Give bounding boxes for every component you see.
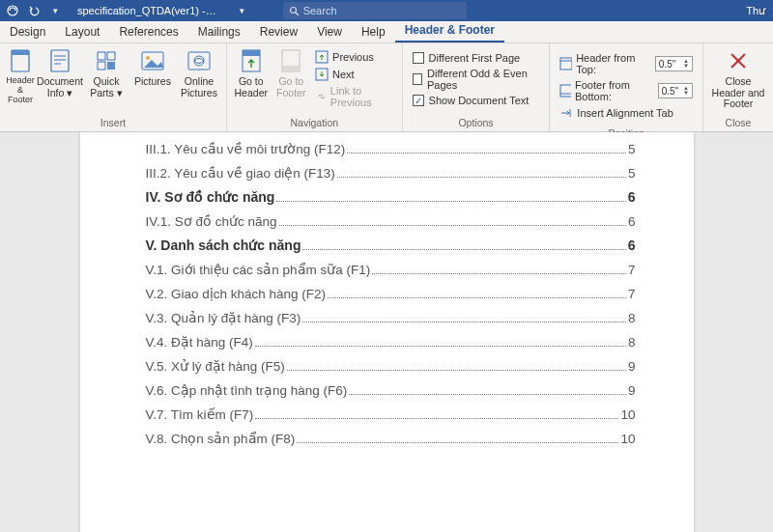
link-to-previous-button: Link to Previous [313, 84, 396, 109]
svg-point-14 [146, 56, 150, 60]
toc-entry: V.8. Chọn sản phẩm (F8) 10 [146, 426, 636, 450]
next-icon [315, 68, 329, 81]
title-bar: ▾ specification_QTDA(ver1) -… ▾ Search T… [0, 0, 773, 21]
document-info-button[interactable]: Document Info ▾ [39, 47, 81, 98]
quick-parts-button[interactable]: Quick Parts ▾ [85, 47, 128, 98]
toc-entry: III.1. Yêu cầu về môi trường (F12) 5 [146, 136, 636, 160]
svg-point-16 [194, 56, 204, 66]
next-button[interactable]: Next [313, 67, 396, 82]
alignment-tab-icon [559, 106, 573, 120]
svg-rect-12 [107, 62, 115, 70]
group-options: Different First Page Different Odd & Eve… [403, 43, 551, 131]
toc-entry: IV. Sơ đồ chức năng 6 [146, 184, 636, 209]
insert-alignment-tab-button[interactable]: Insert Alignment Tab [559, 105, 693, 121]
header-footer-button[interactable]: Header & Footer [6, 47, 35, 105]
group-close: Close Header and Footer Close [703, 43, 773, 131]
goto-footer-button: Go to Footer [273, 47, 310, 98]
header-top-icon [559, 57, 572, 70]
toc-entry: V.7. Tìm kiếm (F7) 10 [146, 402, 636, 426]
svg-rect-9 [98, 52, 105, 60]
checkbox-checked-icon: ✓ [413, 95, 424, 106]
tab-view[interactable]: View [307, 21, 352, 42]
svg-line-2 [296, 13, 299, 15]
toc-entry: IV.1. Sơ đồ chức năng 6 [146, 209, 636, 233]
toc-entry: V. Danh sách chức năng 6 [146, 233, 636, 257]
toc-entry: V.5. Xử lý đặt hàng (F5) 9 [146, 353, 636, 378]
group-insert: Header & Footer Document Info ▾ Quick Pa… [0, 43, 227, 131]
different-odd-even-checkbox[interactable]: Different Odd & Even Pages [413, 67, 540, 92]
svg-rect-15 [188, 52, 210, 70]
footer-from-bottom-input[interactable]: 0.5"▲▼ [658, 83, 693, 98]
document-area[interactable]: III.1. Yêu cầu về môi trường (F12) 5III.… [0, 132, 773, 532]
header-from-top-label: Header from Top: [576, 52, 651, 75]
checkbox-icon [413, 73, 422, 85]
autosave-icon[interactable] [6, 4, 19, 17]
goto-header-button[interactable]: Go to Header [233, 47, 270, 98]
online-pictures-button[interactable]: Online Pictures [178, 47, 220, 98]
title-dropdown-icon[interactable]: ▾ [240, 6, 283, 15]
footer-from-bottom-label: Footer from Bottom: [575, 79, 654, 102]
toc-entry: III.2. Yêu cầu về giao diện (F13) 5 [146, 160, 636, 184]
previous-button[interactable]: Previous [313, 49, 396, 65]
svg-rect-4 [12, 50, 29, 55]
ribbon-tabs: DesignLayoutReferencesMailingsReviewView… [0, 21, 773, 43]
tab-layout[interactable]: Layout [55, 21, 109, 42]
svg-rect-25 [560, 85, 571, 97]
svg-rect-20 [282, 66, 300, 71]
search-icon [289, 6, 300, 16]
svg-point-1 [290, 7, 296, 13]
group-position: Header from Top: 0.5"▲▼ Footer from Bott… [550, 43, 703, 131]
undo-icon[interactable] [27, 4, 41, 17]
search-box[interactable]: Search [283, 2, 467, 19]
tab-references[interactable]: References [109, 21, 187, 42]
tab-help[interactable]: Help [352, 21, 395, 42]
page: III.1. Yêu cầu về môi trường (F12) 5III.… [80, 132, 694, 532]
footer-bottom-icon [559, 84, 571, 98]
svg-rect-11 [98, 62, 105, 70]
table-of-contents: III.1. Yêu cầu về môi trường (F12) 5III.… [80, 132, 694, 450]
svg-rect-18 [243, 50, 260, 56]
toc-entry: V.6. Cập nhật tình trạng hàng (F6) 9 [146, 378, 636, 402]
group-label-options: Options [403, 116, 550, 131]
svg-rect-23 [560, 58, 572, 70]
qat-dropdown-icon[interactable]: ▾ [48, 4, 62, 17]
show-document-text-checkbox[interactable]: ✓Show Document Text [413, 94, 540, 107]
svg-rect-5 [51, 50, 69, 71]
toc-entry: V.4. Đặt hàng (F4) 8 [146, 329, 636, 353]
toc-entry: V.1. Giới thiệu các sản phẩm sữa (F1) 7 [146, 257, 636, 281]
group-label-navigation: Navigation [227, 116, 402, 131]
tab-mailings[interactable]: Mailings [188, 21, 250, 42]
previous-icon [315, 50, 329, 64]
search-placeholder: Search [303, 5, 337, 16]
checkbox-icon [413, 52, 424, 64]
toc-entry: V.3. Quản lý đặt hàng (F3) 8 [146, 305, 636, 329]
group-navigation: Go to Header Go to Footer Previous Next … [227, 43, 403, 131]
close-header-footer-button[interactable]: Close Header and Footer [709, 47, 767, 110]
document-title: specification_QTDA(ver1) -… [68, 5, 240, 16]
tab-review[interactable]: Review [250, 21, 307, 42]
group-label-insert: Insert [0, 116, 226, 131]
ribbon: Header & Footer Document Info ▾ Quick Pa… [0, 43, 773, 132]
link-icon [315, 90, 327, 103]
header-from-top-input[interactable]: 0.5"▲▼ [655, 56, 693, 71]
user-name[interactable]: Thư [746, 5, 773, 17]
tab-header-footer[interactable]: Header & Footer [395, 19, 504, 42]
different-first-page-checkbox[interactable]: Different First Page [413, 51, 540, 65]
svg-rect-10 [107, 52, 115, 60]
tab-design[interactable]: Design [0, 21, 55, 42]
toc-entry: V.2. Giao dịch khách hàng (F2) 7 [146, 281, 636, 305]
group-label-close: Close [703, 116, 773, 131]
pictures-button[interactable]: Pictures [131, 47, 174, 88]
